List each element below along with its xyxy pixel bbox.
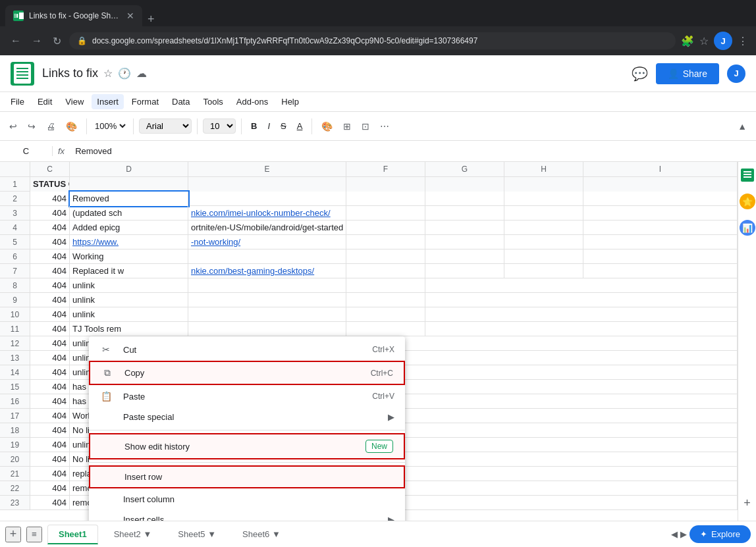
cell-h3[interactable]	[504, 206, 583, 221]
cell-f3[interactable]	[346, 206, 425, 221]
context-menu-cut[interactable]: ✂ Cut Ctrl+X	[89, 339, 405, 360]
col-header-h[interactable]: H	[504, 162, 583, 176]
cell-g4[interactable]	[425, 221, 504, 235]
cell-d10[interactable]: unlink	[70, 307, 188, 322]
cell-f2[interactable]	[346, 192, 425, 206]
tab-close-button[interactable]: ✕	[126, 11, 134, 21]
cell-d3[interactable]: (updated sch	[70, 206, 188, 221]
row-header-15[interactable]: 15	[0, 380, 30, 394]
col-header-f[interactable]: F	[346, 162, 425, 176]
cell-f9[interactable]	[346, 293, 425, 307]
context-menu-show-edit-history[interactable]: Show edit history New	[89, 433, 405, 459]
row-header-8[interactable]: 8	[0, 278, 30, 293]
sheet-tab-1[interactable]: Sheet1	[47, 525, 98, 544]
user-avatar-app[interactable]: J	[727, 65, 745, 83]
cell-c3[interactable]: 404	[30, 206, 70, 221]
cell-f6[interactable]	[346, 249, 425, 264]
menu-addons[interactable]: Add-ons	[231, 94, 273, 109]
cell-f7[interactable]	[346, 264, 425, 278]
sheet-menu-button[interactable]: ≡	[26, 527, 42, 542]
row-header-2[interactable]: 2	[0, 192, 30, 206]
row-header-13[interactable]: 13	[0, 351, 30, 365]
cell-i1[interactable]	[583, 177, 738, 192]
cell-e1[interactable]	[188, 177, 346, 192]
bookmark-button[interactable]: ☆	[699, 35, 709, 47]
new-tab-button[interactable]: +	[142, 13, 160, 26]
menu-view[interactable]: View	[60, 94, 89, 109]
cell-d9[interactable]: unlink	[70, 293, 188, 307]
address-bar[interactable]: 🔒 docs.google.com/spreadsheets/d/1lXnMj1…	[69, 32, 676, 49]
cell-c14[interactable]: 404	[30, 365, 70, 380]
col-header-g[interactable]: G	[425, 162, 504, 176]
cell-h4[interactable]	[504, 221, 583, 235]
col-header-e[interactable]: E	[188, 162, 346, 176]
cell-c22[interactable]: 404	[30, 481, 70, 496]
sheet-tab-5[interactable]: Sheet5 ▼	[167, 525, 227, 543]
context-menu-paste-special[interactable]: Paste special ▶	[89, 407, 405, 427]
fill-color-button[interactable]: 🎨	[317, 118, 337, 134]
cell-e6[interactable]	[188, 249, 346, 264]
bold-button[interactable]: B	[247, 118, 261, 134]
context-menu-copy[interactable]: ⧉ Copy Ctrl+C	[89, 361, 405, 385]
row-header-20[interactable]: 20	[0, 452, 30, 467]
menu-help[interactable]: Help	[276, 94, 304, 109]
cell-e7[interactable]: nkie.com/best-gaming-desktops/	[188, 264, 346, 278]
cell-i6[interactable]	[583, 249, 738, 264]
sheet-tab-2[interactable]: Sheet2 ▼	[103, 525, 163, 543]
row-header-4[interactable]: 4	[0, 221, 30, 235]
cell-c8[interactable]: 404	[30, 278, 70, 293]
forward-button[interactable]: →	[29, 32, 45, 49]
row-header-11[interactable]: 11	[0, 322, 30, 336]
side-icon-sheets[interactable]	[740, 167, 755, 183]
cell-c12[interactable]: 404	[30, 336, 70, 351]
col-header-d[interactable]: D	[70, 162, 188, 176]
cell-e4[interactable]: ortnite/en-US/mobile/android/get-started	[188, 221, 346, 235]
collapse-button[interactable]: ▲	[734, 118, 751, 134]
menu-button[interactable]: ⋮	[738, 35, 748, 47]
cell-h2[interactable]	[504, 192, 583, 206]
active-tab[interactable]: Links to fix - Google Sheets ✕	[5, 5, 142, 26]
row-header-18[interactable]: 18	[0, 423, 30, 438]
star-icon[interactable]: ☆	[103, 67, 113, 80]
cell-c15[interactable]: 404	[30, 380, 70, 394]
cell-e5[interactable]: -not-working/	[188, 235, 346, 249]
cell-d1[interactable]	[70, 177, 188, 192]
row-header-23[interactable]: 23	[0, 496, 30, 510]
paint-format-button[interactable]: 🎨	[62, 118, 81, 134]
cell-e10[interactable]	[188, 307, 346, 322]
cell-i2[interactable]	[583, 192, 738, 206]
cell-e2[interactable]	[188, 192, 346, 206]
menu-insert[interactable]: Insert	[92, 94, 124, 109]
cell-reference[interactable]: C	[0, 146, 53, 156]
row-header-1[interactable]: 1	[0, 177, 30, 192]
extensions-button[interactable]: 🧩	[681, 35, 694, 47]
context-menu-insert-cells[interactable]: Insert cells ▶	[89, 509, 405, 521]
scroll-right-button[interactable]: ▶	[680, 529, 687, 539]
cell-d5[interactable]: https://www.	[70, 235, 188, 249]
cell-d4[interactable]: Added epicg	[70, 221, 188, 235]
row-header-10[interactable]: 10	[0, 307, 30, 322]
context-menu-paste[interactable]: 📋 Paste Ctrl+V	[89, 386, 405, 407]
cell-h1[interactable]	[504, 177, 583, 192]
back-button[interactable]: ←	[8, 32, 24, 49]
history-icon[interactable]: 🕐	[118, 67, 131, 80]
more-formats-button[interactable]: ⋯	[376, 118, 393, 134]
row-header-6[interactable]: 6	[0, 249, 30, 264]
cell-f10[interactable]	[346, 307, 425, 322]
cell-f11[interactable]	[346, 322, 425, 336]
row-header-12[interactable]: 12	[0, 336, 30, 351]
cell-c17[interactable]: 404	[30, 409, 70, 423]
cell-c16[interactable]: 404	[30, 394, 70, 409]
cell-g7[interactable]	[425, 264, 504, 278]
sheet-tab-6[interactable]: Sheet6 ▼	[232, 525, 291, 543]
undo-button[interactable]: ↩	[5, 118, 21, 134]
row-header-19[interactable]: 19	[0, 438, 30, 452]
underline-button[interactable]: A	[293, 118, 307, 134]
menu-data[interactable]: Data	[167, 94, 195, 109]
zoom-select[interactable]: 100%	[92, 120, 128, 132]
add-sheet-button[interactable]: +	[5, 527, 21, 542]
cell-g5[interactable]	[425, 235, 504, 249]
redo-button[interactable]: ↪	[24, 118, 40, 134]
cell-i5[interactable]	[583, 235, 738, 249]
comments-button[interactable]: 💬	[632, 66, 648, 82]
